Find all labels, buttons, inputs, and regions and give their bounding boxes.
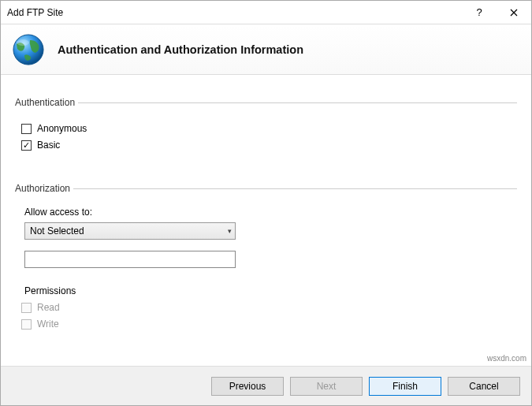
chevron-down-icon: ▾ (228, 227, 232, 235)
globe-icon (12, 33, 45, 66)
authentication-legend: Authentication (15, 97, 78, 108)
wizard-header: Authentication and Authorization Informa… (1, 24, 531, 75)
authorization-text-input[interactable] (24, 251, 236, 268)
wizard-title: Authentication and Authorization Informa… (58, 43, 303, 56)
anonymous-label: Anonymous (37, 123, 87, 134)
help-button[interactable]: ? (462, 1, 497, 24)
write-label: Write (37, 318, 59, 330)
close-button[interactable] (497, 1, 531, 24)
window-title: Add FTP Site (7, 7, 462, 18)
close-icon (510, 9, 518, 17)
allow-access-label: Allow access to: (24, 207, 511, 218)
svg-point-1 (17, 39, 29, 46)
basic-label: Basic (37, 140, 60, 151)
basic-checkbox-row[interactable]: ✓ Basic (21, 140, 511, 151)
write-checkbox (21, 319, 32, 330)
watermark-text: wsxdn.com (487, 354, 526, 363)
allow-access-value: Not Selected (30, 225, 84, 237)
read-label: Read (37, 302, 60, 313)
write-checkbox-row: Write (21, 318, 511, 330)
anonymous-checkbox[interactable] (21, 124, 32, 134)
check-icon: ✓ (23, 141, 30, 150)
dialog-window: Add FTP Site ? Authe (0, 0, 532, 406)
authorization-group: Authorization Allow access to: Not Selec… (15, 183, 517, 343)
read-checkbox (21, 303, 32, 313)
next-button: Next (290, 377, 363, 396)
permissions-label: Permissions (24, 285, 511, 296)
authorization-legend: Authorization (15, 183, 73, 194)
cancel-button[interactable]: Cancel (448, 377, 520, 396)
basic-checkbox[interactable]: ✓ (21, 140, 32, 151)
wizard-footer: Previous Next Finish Cancel (1, 366, 531, 405)
anonymous-checkbox-row[interactable]: Anonymous (21, 123, 511, 134)
authentication-group: Authentication Anonymous ✓ Basic (15, 97, 517, 164)
titlebar: Add FTP Site ? (1, 1, 531, 24)
allow-access-select[interactable]: Not Selected ▾ (24, 222, 236, 240)
read-checkbox-row: Read (21, 302, 511, 313)
previous-button[interactable]: Previous (211, 377, 284, 396)
finish-button[interactable]: Finish (369, 377, 441, 396)
wizard-content: Authentication Anonymous ✓ Basic Authori… (1, 75, 531, 343)
